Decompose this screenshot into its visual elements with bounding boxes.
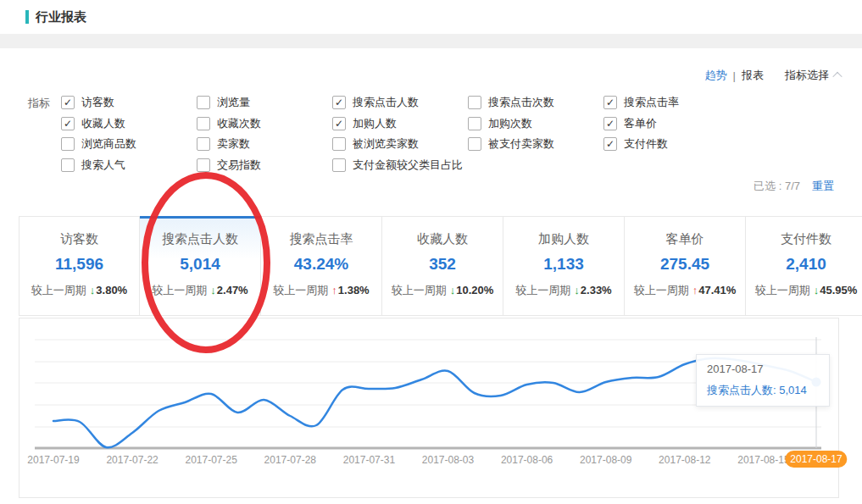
metric-checkbox-item[interactable]: ✓加购人数	[332, 116, 397, 131]
checkbox-checked-icon[interactable]: ✓	[603, 96, 617, 109]
metric-card[interactable]: 访客数11,596较上一周期↓3.80%	[19, 216, 140, 316]
metric-checkbox-label: 收藏次数	[217, 116, 261, 131]
compare-label: 较上一周期	[634, 284, 689, 296]
checkbox-checked-icon[interactable]: ✓	[61, 96, 75, 109]
checkbox-unchecked-icon[interactable]	[332, 158, 346, 172]
metric-checkbox-item[interactable]: 交易指数	[197, 158, 261, 173]
trend-chart-panel[interactable]: 2017-07-192017-07-222017-07-252017-07-28…	[19, 318, 839, 498]
metric-checkbox-item[interactable]: ✓搜索点击人数	[332, 95, 419, 110]
metric-checkbox-label: 浏览量	[217, 95, 250, 110]
metric-card-title: 加购人数	[503, 231, 624, 247]
metric-card[interactable]: 搜索点击率43.24%较上一周期↑1.38%	[261, 216, 382, 316]
arrow-up-icon: ↑	[331, 284, 337, 296]
checkbox-unchecked-icon[interactable]	[468, 96, 481, 109]
metric-checkbox-label: 支付件数	[624, 136, 668, 152]
change-percent: 3.80%	[96, 284, 127, 296]
metric-checkbox-label: 搜索点击率	[624, 95, 679, 110]
metric-checkbox-item[interactable]: ✓客单价	[603, 116, 657, 131]
arrow-down-icon: ↓	[210, 284, 216, 296]
metric-checkbox-item[interactable]: ✓搜索点击率	[603, 95, 679, 110]
compare-label: 较上一周期	[515, 284, 570, 296]
metric-card-value: 2,410	[746, 255, 862, 274]
compare-label: 较上一周期	[273, 284, 328, 296]
change-percent: 10.20%	[456, 284, 493, 296]
metric-checkbox-label: 被浏览卖家数	[353, 136, 419, 152]
metric-checkbox-item[interactable]: 搜索人气	[61, 158, 125, 173]
metric-card-value: 1,133	[503, 255, 624, 274]
metric-checkbox-label: 搜索点击次数	[488, 95, 554, 110]
metric-checkbox-item[interactable]: 被支付卖家数	[468, 136, 554, 152]
metric-card-title: 客单价	[625, 231, 745, 247]
checkbox-unchecked-icon[interactable]	[197, 137, 210, 151]
metric-card[interactable]: 客单价275.45较上一周期↑47.41%	[625, 216, 746, 316]
x-axis-label: 2017-07-31	[343, 454, 395, 466]
x-axis-label: 2017-08-15	[737, 454, 789, 466]
metric-cards-row: 访客数11,596较上一周期↓3.80%搜索点击人数5,014较上一周期↓2.4…	[19, 216, 862, 316]
change-percent: 2.47%	[217, 284, 248, 296]
checkbox-checked-icon[interactable]: ✓	[332, 96, 346, 109]
checkbox-checked-icon[interactable]: ✓	[61, 117, 75, 130]
highlighted-date-label: 2017-08-17	[785, 451, 847, 468]
metric-card[interactable]: 收藏人数352较上一周期↓10.20%	[382, 216, 503, 316]
metric-checkbox-item[interactable]: ✓收藏人数	[61, 116, 125, 131]
metric-checkbox-label: 搜索人气	[81, 158, 125, 173]
metric-checkbox-item[interactable]: 浏览商品数	[61, 136, 136, 152]
checkbox-checked-icon[interactable]: ✓	[332, 117, 346, 130]
metric-card-change: 较上一周期↓2.47%	[140, 283, 260, 298]
metric-card[interactable]: 支付件数2,410较上一周期↓45.95%	[746, 216, 862, 316]
tooltip-date: 2017-08-17	[707, 363, 819, 375]
metric-card-change: 较上一周期↓3.80%	[19, 283, 139, 298]
change-percent: 47.41%	[698, 284, 736, 296]
metric-checkbox-item[interactable]: 浏览量	[197, 95, 250, 110]
metric-card-value: 275.45	[625, 255, 745, 274]
metric-checkbox-item[interactable]: 收藏次数	[197, 116, 261, 131]
change-percent: 1.38%	[338, 284, 370, 296]
compare-label: 较上一周期	[392, 284, 447, 296]
checkbox-unchecked-icon[interactable]	[468, 117, 481, 130]
metric-card[interactable]: 加购人数1,133较上一周期↓2.33%	[503, 216, 625, 316]
checkbox-unchecked-icon[interactable]	[468, 137, 481, 151]
checkbox-unchecked-icon[interactable]	[197, 96, 210, 109]
metric-checkbox-item[interactable]: 搜索点击次数	[468, 95, 554, 110]
metric-checkbox-label: 交易指数	[217, 158, 261, 173]
tooltip-value: 搜索点击人数: 5,014	[707, 383, 819, 398]
metric-checkbox-label: 卖家数	[217, 136, 250, 152]
metric-checkbox-label: 浏览商品数	[81, 136, 136, 152]
arrow-down-icon: ↓	[814, 284, 820, 296]
x-axis-label: 2017-08-12	[659, 454, 710, 466]
metric-card-title: 支付件数	[746, 231, 862, 247]
metric-checkbox-item[interactable]: 被浏览卖家数	[332, 136, 419, 152]
chevron-up-icon	[832, 72, 842, 81]
checkbox-checked-icon[interactable]: ✓	[603, 117, 617, 130]
checkbox-checked-icon[interactable]: ✓	[603, 137, 617, 151]
change-percent: 45.95%	[820, 284, 857, 296]
x-axis-label: 2017-08-03	[422, 454, 474, 466]
metric-card-change: 较上一周期↑1.38%	[261, 283, 381, 298]
metric-checkbox-label: 支付金额较父类目占比	[353, 158, 463, 173]
x-axis-label: 2017-07-22	[106, 454, 158, 466]
reset-button[interactable]: 重置	[812, 179, 834, 194]
checkbox-unchecked-icon[interactable]	[332, 137, 346, 151]
checkbox-unchecked-icon[interactable]	[61, 158, 75, 172]
metric-checkbox-item[interactable]: 支付金额较父类目占比	[332, 158, 463, 173]
checkbox-unchecked-icon[interactable]	[61, 137, 75, 151]
arrow-down-icon: ↓	[90, 284, 96, 296]
x-axis-label: 2017-07-28	[264, 454, 316, 466]
metric-checkbox-item[interactable]: ✓支付件数	[603, 136, 668, 152]
metric-card-change: 较上一周期↑47.41%	[625, 283, 745, 298]
view-toolbar: 趋势 | 报表 指标选择	[705, 68, 841, 83]
metric-card[interactable]: 搜索点击人数5,014较上一周期↓2.47%	[140, 216, 261, 316]
tab-report[interactable]: 报表	[742, 68, 764, 83]
checkbox-unchecked-icon[interactable]	[197, 117, 210, 130]
metric-card-title: 访客数	[19, 231, 139, 247]
tab-trend[interactable]: 趋势	[705, 68, 727, 83]
metric-select-toggle[interactable]: 指标选择	[785, 68, 841, 83]
section-divider	[0, 34, 862, 48]
compare-label: 较上一周期	[755, 284, 810, 296]
metric-checkbox-label: 搜索点击人数	[353, 95, 419, 110]
checkbox-unchecked-icon[interactable]	[197, 158, 210, 172]
metric-checkbox-item[interactable]: 卖家数	[197, 136, 250, 152]
title-accent-bar	[25, 10, 29, 24]
metric-checkbox-item[interactable]: ✓访客数	[61, 95, 114, 110]
metric-checkbox-item[interactable]: 加购次数	[468, 116, 532, 131]
